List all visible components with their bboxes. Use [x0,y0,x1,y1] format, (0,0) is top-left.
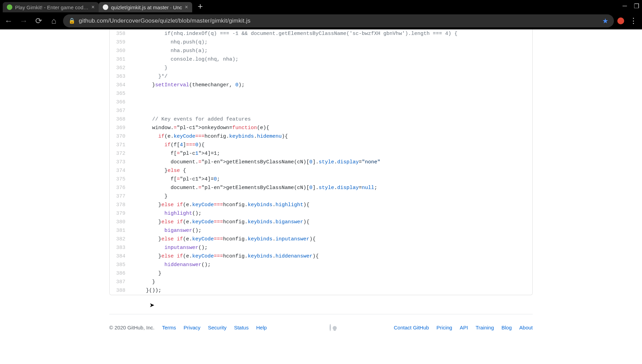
footer-link-training[interactable]: Training [476,325,494,330]
line-number[interactable]: 361 [110,55,130,64]
footer-link-help[interactable]: Help [256,325,267,330]
line-number[interactable]: 360 [110,47,130,55]
browser-tab-1[interactable]: quizlet/gimkit.js at master · Unc× [99,2,192,12]
line-number[interactable]: 366 [110,98,130,106]
code-file-box: 358 if(nhq.indexOf(q) === -1 && document… [109,29,533,295]
line-content[interactable] [130,106,532,115]
line-number[interactable]: 384 [110,252,130,261]
footer-link-api[interactable]: API [460,325,468,330]
line-content[interactable]: if(nhq.indexOf(q) === -1 && document.get… [130,29,532,38]
reload-button[interactable]: ⟳ [33,16,45,26]
footer-link-status[interactable]: Status [234,325,249,330]
line-content[interactable]: }()); [130,286,532,295]
forward-button[interactable]: → [18,16,29,26]
footer-link-security[interactable]: Security [208,325,226,330]
line-content[interactable]: } [130,64,532,72]
line-number[interactable]: 363 [110,72,130,81]
line-content[interactable]: document.="pl-en">getElementsByClassName… [130,184,532,192]
browser-tab-0[interactable]: Play Gimkit! - Enter game code h× [3,2,99,12]
line-number[interactable]: 369 [110,124,130,132]
line-number[interactable]: 358 [110,29,130,38]
line-number[interactable]: 362 [110,64,130,72]
maximize-button[interactable]: ❐ [634,2,639,10]
line-content[interactable]: } [130,192,532,201]
code-line: 364 }setInterval(themechanger, 0); [110,81,532,89]
line-content[interactable]: hiddenanswer(); [130,261,532,269]
line-content[interactable]: } [130,278,532,286]
line-content[interactable]: }*/ [130,72,532,81]
line-content[interactable]: f[="pl-c1">4]=1; [130,149,532,158]
line-number[interactable]: 370 [110,132,130,141]
page-footer: © 2020 GitHub, Inc. TermsPrivacySecurity… [109,314,533,341]
line-number[interactable]: 359 [110,38,130,47]
line-content[interactable]: }else if(e.keyCode===hconfig.keybinds.bi… [130,218,532,226]
url-text: github.com/UndercoverGoose/quizlet/blob/… [79,17,599,24]
footer-link-terms[interactable]: Terms [162,325,176,330]
line-number[interactable]: 383 [110,243,130,252]
line-number[interactable]: 387 [110,278,130,286]
footer-link-about[interactable]: About [519,325,533,330]
line-content[interactable]: }setInterval(themechanger, 0); [130,81,532,89]
line-number[interactable]: 373 [110,158,130,166]
code-line: 377 } [110,192,532,201]
line-content[interactable]: document.="pl-en">getElementsByClassName… [130,158,532,166]
line-number[interactable]: 388 [110,286,130,295]
line-number[interactable]: 374 [110,166,130,175]
line-number[interactable]: 379 [110,209,130,218]
line-content[interactable]: console.log(nhq, nha); [130,55,532,64]
line-content[interactable]: window.="pl-c1">onkeydown=function(e){ [130,124,532,132]
line-number[interactable]: 376 [110,184,130,192]
line-content[interactable]: f[="pl-c1">4]=0; [130,175,532,184]
extension-icon[interactable] [617,17,624,24]
footer-link-pricing[interactable]: Pricing [436,325,452,330]
page-content: 358 if(nhq.indexOf(q) === -1 && document… [0,29,642,364]
line-number[interactable]: 381 [110,226,130,235]
minimize-button[interactable]: ─ [622,2,627,10]
line-number[interactable]: 377 [110,192,130,201]
line-content[interactable]: nha.push(a); [130,47,532,55]
line-number[interactable]: 367 [110,106,130,115]
line-number[interactable]: 378 [110,201,130,209]
tab-close-icon[interactable]: × [185,4,188,10]
line-content[interactable]: biganswer(); [130,226,532,235]
line-number[interactable]: 364 [110,81,130,89]
line-number[interactable]: 372 [110,149,130,158]
footer-link-blog[interactable]: Blog [502,325,512,330]
line-content[interactable]: } [130,269,532,278]
line-number[interactable]: 368 [110,115,130,124]
code-line: 374 }else { [110,166,532,175]
new-tab-button[interactable]: + [198,1,203,12]
line-content[interactable]: if(f[4]===0){ [130,141,532,149]
bookmark-star-icon[interactable]: ★ [602,17,608,25]
line-content[interactable]: inputanswer(); [130,243,532,252]
line-content[interactable]: // Key events for added features [130,115,532,124]
back-button[interactable]: ← [3,16,14,26]
tab-close-icon[interactable]: × [91,4,95,10]
lock-icon: 🔒 [69,17,75,24]
line-content[interactable] [130,98,532,106]
browser-menu-icon[interactable]: ⋮ [630,16,637,25]
home-button[interactable]: ⌂ [48,16,60,26]
line-number[interactable]: 380 [110,218,130,226]
line-content[interactable]: if(e.keyCode===hconfig.keybinds.hidemenu… [130,132,532,141]
line-content[interactable]: }else { [130,166,532,175]
line-number[interactable]: 382 [110,235,130,243]
line-number[interactable]: 386 [110,269,130,278]
line-number[interactable]: 375 [110,175,130,184]
address-bar[interactable]: 🔒 github.com/UndercoverGoose/quizlet/blo… [63,14,614,27]
line-content[interactable]: highlight(); [130,209,532,218]
code-line: 380 }else if(e.keyCode===hconfig.keybind… [110,218,532,226]
github-icon [330,324,331,331]
line-content[interactable]: }else if(e.keyCode===hconfig.keybinds.hi… [130,252,532,261]
footer-link-contact-github[interactable]: Contact GitHub [394,325,429,330]
line-content[interactable]: }else if(e.keyCode===hconfig.keybinds.in… [130,235,532,243]
footer-link-privacy[interactable]: Privacy [184,325,200,330]
line-content[interactable] [130,89,532,98]
line-content[interactable]: }else if(e.keyCode===hconfig.keybinds.hi… [130,201,532,209]
line-number[interactable]: 365 [110,89,130,98]
github-logo-footer[interactable] [267,325,394,330]
code-line: 366 [110,98,532,106]
line-number[interactable]: 371 [110,141,130,149]
line-number[interactable]: 385 [110,261,130,269]
line-content[interactable]: nhq.push(q); [130,38,532,47]
